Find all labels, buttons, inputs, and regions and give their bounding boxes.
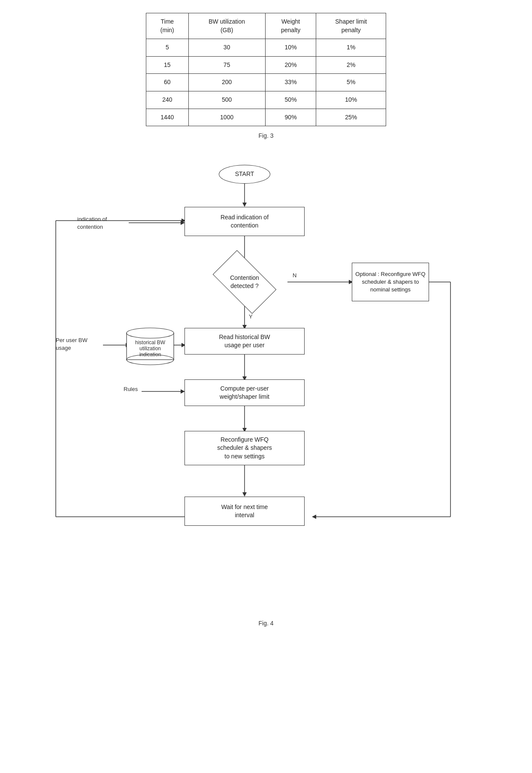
cell: 1440 <box>146 109 189 126</box>
cell: 15 <box>146 56 189 74</box>
col-header-weight: Weightpenalty <box>265 13 316 39</box>
svg-marker-11 <box>242 492 247 497</box>
svg-point-33 <box>127 328 174 338</box>
wait-next-label: Wait for next time interval <box>221 503 268 520</box>
cell: 5 <box>146 39 189 57</box>
rules-label: Rules <box>124 386 145 392</box>
fig4-label: Fig. 4 <box>258 620 273 627</box>
svg-marker-1 <box>242 203 247 207</box>
cylinder-svg: historical BW utilization indication <box>127 328 174 363</box>
flowchart: Y N START Read indication of contention … <box>30 156 502 615</box>
indication-label: indication of contention <box>77 215 129 231</box>
reconfigure-wfq-box: Reconfigure WFQ scheduler & shapers to n… <box>184 431 305 465</box>
cell: 5% <box>316 74 386 91</box>
fig4-section: Y N START Read indication of contention … <box>0 156 532 640</box>
cell: 2% <box>316 56 386 74</box>
col-header-time: Time(min) <box>146 13 189 39</box>
start-label: START <box>235 170 254 179</box>
cell: 90% <box>265 109 316 126</box>
data-table: Time(min) BW utilization(GB) Weightpenal… <box>146 13 386 126</box>
optional-reconfigure-label: Optional : Reconfigure WFQ scheduler & s… <box>355 270 425 294</box>
table-row: 60 200 33% 5% <box>146 74 386 91</box>
cell: 50% <box>265 91 316 109</box>
fig3-section: Time(min) BW utilization(GB) Weightpenal… <box>0 0 532 143</box>
cell: 1% <box>316 39 386 57</box>
per-user-bw-label: Per user BW usage <box>56 336 103 352</box>
cell: 1000 <box>188 109 265 126</box>
svg-text:utilization: utilization <box>139 346 161 352</box>
read-contention-box: Read indication of contention <box>184 207 305 236</box>
diamond-wrapper: Contention detected ? <box>208 263 281 301</box>
cell: 60 <box>146 74 189 91</box>
contention-diamond <box>213 250 276 314</box>
table-row: 5 30 10% 1% <box>146 39 386 57</box>
fig3-label: Fig. 3 <box>258 132 273 139</box>
svg-text:indication: indication <box>139 352 161 358</box>
cell: 10% <box>316 91 386 109</box>
col-header-shaper: Shaper limitpenalty <box>316 13 386 39</box>
reconfigure-wfq-label: Reconfigure WFQ scheduler & shapers to n… <box>217 436 272 461</box>
svg-text:Y: Y <box>249 313 253 320</box>
cell: 10% <box>265 39 316 57</box>
cell: 33% <box>265 74 316 91</box>
start-shape: START <box>219 165 270 184</box>
table-row: 240 500 50% 10% <box>146 91 386 109</box>
read-bw-label: Read historical BW usage per user <box>219 333 270 350</box>
cell: 75 <box>188 56 265 74</box>
svg-text:historical BW: historical BW <box>135 340 166 346</box>
wait-next-box: Wait for next time interval <box>184 497 305 526</box>
cell: 20% <box>265 56 316 74</box>
compute-weight-box: Compute per-user weight/shaper limit <box>184 379 305 406</box>
svg-text:N: N <box>293 272 296 279</box>
table-row: 1440 1000 90% 25% <box>146 109 386 126</box>
cell: 25% <box>316 109 386 126</box>
cell: 240 <box>146 91 189 109</box>
cell: 200 <box>188 74 265 91</box>
optional-reconfigure-box: Optional : Reconfigure WFQ scheduler & s… <box>352 263 429 301</box>
compute-weight-label: Compute per-user weight/shaper limit <box>220 385 269 401</box>
read-contention-label: Read indication of contention <box>221 213 269 230</box>
table-row: 15 75 20% 2% <box>146 56 386 74</box>
cell: 500 <box>188 91 265 109</box>
col-header-bw: BW utilization(GB) <box>188 13 265 39</box>
read-bw-usage-box: Read historical BW usage per user <box>184 328 305 355</box>
svg-marker-17 <box>312 515 316 519</box>
cell: 30 <box>188 39 265 57</box>
